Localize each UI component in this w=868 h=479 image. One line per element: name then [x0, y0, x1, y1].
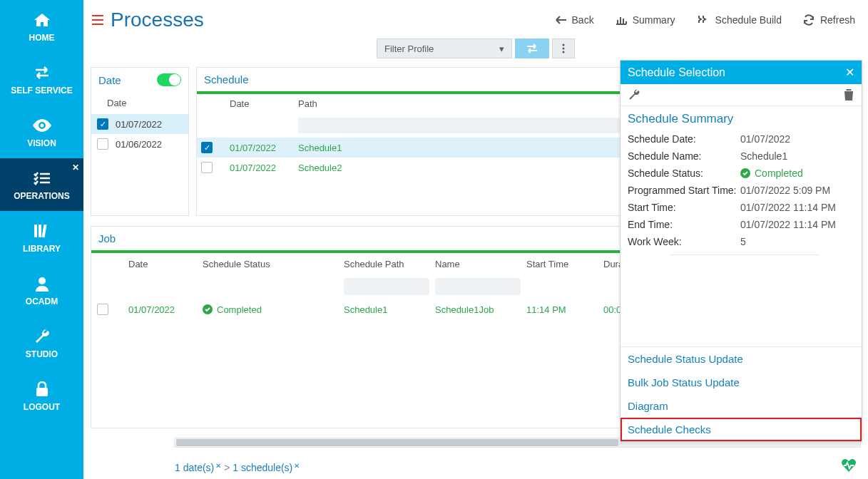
- job-date: 01/07/2022: [128, 304, 197, 315]
- filter-profile-select[interactable]: Filter Profile ▾: [377, 38, 512, 58]
- svg-rect-5: [36, 388, 48, 396]
- trash-icon[interactable]: [843, 88, 854, 101]
- checkbox-icon[interactable]: ✓: [97, 118, 108, 130]
- job-sched-path: Schedule1: [344, 304, 429, 315]
- checkbox-icon[interactable]: [201, 162, 213, 173]
- nav-self-service[interactable]: SELF SERVICE: [0, 53, 83, 105]
- back-button[interactable]: Back: [555, 14, 594, 26]
- close-icon[interactable]: ✕: [294, 462, 300, 470]
- link-schedule-checks[interactable]: Schedule Checks: [621, 418, 862, 441]
- nav-ocadm-label: OCADM: [26, 297, 58, 307]
- scrollbar-thumb[interactable]: [176, 439, 618, 446]
- refresh-label: Refresh: [820, 14, 855, 26]
- checkbox-icon[interactable]: [97, 138, 108, 150]
- label-prog-start: Programmed Start Time:: [628, 185, 740, 196]
- menu-icon[interactable]: [92, 15, 103, 25]
- divider: [670, 254, 819, 255]
- svg-rect-2: [39, 225, 41, 237]
- checkbox-icon[interactable]: [97, 304, 108, 315]
- date-row[interactable]: ✓ 01/07/2022: [91, 114, 188, 134]
- svg-point-4: [39, 277, 46, 284]
- date-row[interactable]: 01/06/2022: [91, 134, 188, 154]
- nav-operations[interactable]: ✕ OPERATIONS: [0, 158, 83, 211]
- side-panel-header: Schedule Selection ✕: [621, 61, 862, 84]
- summary-button[interactable]: Summary: [616, 14, 675, 26]
- nav-vision-label: VISION: [27, 138, 56, 148]
- swap-icon: [32, 63, 52, 83]
- col-sched-status: Schedule Status: [203, 259, 338, 269]
- job-sched-status: Completed: [203, 304, 338, 315]
- col-date: Date: [128, 259, 197, 269]
- job-start: 11:14 PM: [526, 304, 598, 315]
- svg-point-0: [40, 124, 44, 128]
- schedule-date: 01/07/2022: [230, 143, 298, 153]
- link-bulk-update[interactable]: Bulk Job Status Update: [621, 371, 862, 394]
- col-sched-path: Schedule Path: [344, 259, 429, 269]
- col-name: Name: [435, 259, 521, 269]
- schedule-build-button[interactable]: Schedule Build: [697, 14, 782, 26]
- svg-point-6: [563, 44, 565, 46]
- crumb-dates[interactable]: 1 date(s) ✕: [175, 462, 221, 473]
- label-work-week: Work Week:: [628, 236, 740, 247]
- name-filter-input[interactable]: [435, 278, 521, 295]
- refresh-button[interactable]: Refresh: [803, 14, 855, 26]
- col-start: Start Time: [526, 259, 598, 269]
- back-label: Back: [572, 14, 594, 26]
- nav-logout-label: LOGOUT: [24, 402, 60, 412]
- svg-point-8: [563, 51, 565, 53]
- build-icon: [697, 14, 710, 26]
- date-panel: Date Date ✓ 01/07/2022 01/06/2022: [91, 67, 189, 216]
- nav-rail: HOME SELF SERVICE VISION ✕ OPERATIONS LI…: [0, 0, 83, 479]
- svg-rect-1: [34, 225, 37, 237]
- wrench-icon: [32, 326, 52, 346]
- schedule-summary-title: Schedule Summary: [621, 106, 862, 130]
- nav-home-label: HOME: [29, 33, 55, 43]
- close-icon[interactable]: ✕: [72, 163, 79, 172]
- eye-icon: [32, 115, 52, 135]
- label-name: Schedule Name:: [628, 150, 740, 162]
- sched-path-filter-input[interactable]: [344, 278, 429, 295]
- filter-more-button[interactable]: [552, 38, 575, 58]
- svg-point-7: [563, 48, 565, 50]
- checklist-icon: [32, 168, 52, 188]
- back-arrow-icon: [555, 15, 566, 25]
- date-value: 01/07/2022: [116, 119, 162, 130]
- job-name: Schedule1Job: [435, 304, 521, 315]
- checkbox-icon[interactable]: ✓: [201, 142, 213, 153]
- col-date: Date: [230, 98, 298, 109]
- nav-library-label: LIBRARY: [23, 244, 61, 254]
- side-panel-title: Schedule Selection: [628, 66, 725, 79]
- nav-studio[interactable]: STUDIO: [0, 316, 83, 369]
- schedule-selection-panel: Schedule Selection ✕ Schedule Summary Sc…: [620, 60, 862, 442]
- value-end: 01/07/2022 11:14 PM: [740, 219, 836, 230]
- crumb-schedules[interactable]: 1 schedule(s) ✕: [233, 462, 300, 473]
- nav-logout[interactable]: LOGOUT: [0, 369, 83, 422]
- value-prog-start: 01/07/2022 5:09 PM: [740, 185, 830, 196]
- value-date: 01/07/2022: [740, 133, 790, 145]
- link-status-update[interactable]: Schedule Status Update: [621, 347, 862, 371]
- breadcrumb: 1 date(s) ✕ > 1 schedule(s) ✕: [175, 462, 300, 473]
- date-toggle[interactable]: [157, 73, 181, 86]
- books-icon: [32, 221, 52, 241]
- schedule-date: 01/07/2022: [230, 163, 298, 173]
- nav-library[interactable]: LIBRARY: [0, 211, 83, 264]
- value-start: 01/07/2022 11:14 PM: [740, 202, 836, 213]
- value-name: Schedule1: [740, 150, 787, 162]
- side-links: Schedule Status Update Bulk Job Status U…: [621, 346, 862, 441]
- link-diagram[interactable]: Diagram: [621, 394, 862, 418]
- nav-ocadm[interactable]: OCADM: [0, 264, 83, 316]
- wrench-icon[interactable]: [628, 88, 640, 101]
- date-value: 01/06/2022: [116, 139, 162, 150]
- close-icon[interactable]: ✕: [215, 462, 221, 470]
- svg-rect-3: [41, 225, 46, 237]
- nav-vision[interactable]: VISION: [0, 105, 83, 158]
- heartbeat-icon[interactable]: [841, 459, 857, 472]
- filter-sync-button[interactable]: [515, 38, 549, 58]
- value-work-week: 5: [740, 236, 746, 247]
- summary-label: Summary: [633, 14, 675, 26]
- nav-operations-label: OPERATIONS: [14, 191, 69, 201]
- nav-home[interactable]: HOME: [0, 0, 83, 53]
- close-icon[interactable]: ✕: [845, 66, 854, 79]
- chart-icon: [616, 15, 627, 25]
- caret-down-icon: ▾: [499, 43, 504, 54]
